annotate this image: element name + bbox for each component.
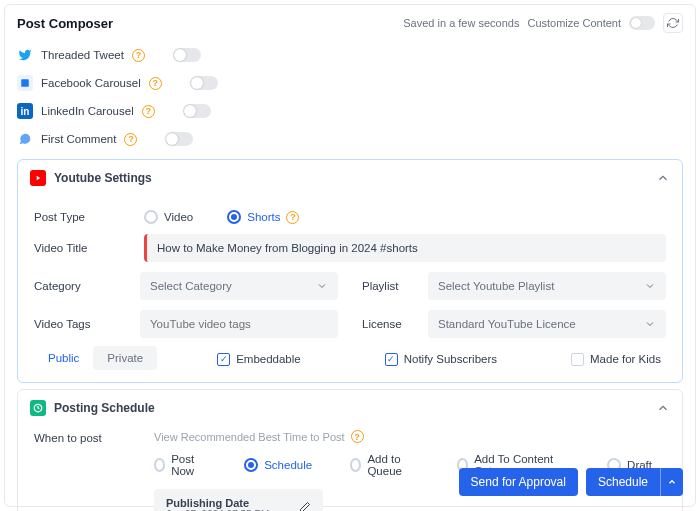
tags-input[interactable]	[140, 310, 338, 338]
svg-rect-0	[21, 79, 29, 87]
chevron-up-icon	[656, 171, 670, 185]
video-title-row: Video Title	[34, 234, 666, 262]
twitter-icon	[17, 47, 33, 63]
video-title-label: Video Title	[34, 242, 124, 254]
public-tab[interactable]: Public	[34, 346, 93, 370]
fb-label: Facebook Carousel	[41, 77, 141, 89]
when-label: When to post	[34, 430, 134, 444]
chevron-up-icon	[656, 401, 670, 415]
header-right: Saved in a few seconds Customize Content	[403, 13, 683, 33]
private-tab[interactable]: Private	[93, 346, 157, 370]
send-approval-button[interactable]: Send for Approval	[459, 468, 578, 496]
video-title-input[interactable]	[144, 234, 666, 262]
fc-label: First Comment	[41, 133, 116, 145]
saved-status: Saved in a few seconds	[403, 17, 519, 29]
schedule-button[interactable]: Schedule	[586, 468, 660, 496]
post-composer: Post Composer Saved in a few seconds Cus…	[4, 4, 696, 507]
schedule-split-button: Schedule	[586, 468, 683, 496]
refresh-icon	[667, 17, 679, 29]
fc-toggle[interactable]	[165, 132, 193, 146]
youtube-body: Post Type Video Shorts ? Video Title Cat…	[18, 196, 682, 382]
li-toggle[interactable]	[183, 104, 211, 118]
publishing-label: Publishing Date	[166, 497, 269, 509]
embeddable-check[interactable]: ✓Embeddable	[217, 353, 301, 366]
page-title: Post Composer	[17, 16, 113, 31]
publishing-date-box[interactable]: Publishing Date Jan 27, 2024 07:55 PM	[154, 489, 323, 511]
facebook-icon	[17, 75, 33, 91]
customize-toggle[interactable]	[629, 16, 655, 30]
youtube-title: Youtube Settings	[54, 171, 152, 185]
threaded-label: Threaded Tweet	[41, 49, 124, 61]
post-type-row: Post Type Video Shorts ?	[34, 210, 666, 224]
help-icon[interactable]: ?	[286, 211, 299, 224]
fb-carousel-row: Facebook Carousel ?	[17, 69, 683, 97]
shorts-radio[interactable]: Shorts ?	[227, 210, 299, 224]
queue-radio[interactable]: Add to Queue	[350, 453, 419, 477]
threaded-toggle[interactable]	[173, 48, 201, 62]
li-label: LinkedIn Carousel	[41, 105, 134, 117]
postnow-radio[interactable]: Post Now	[154, 453, 206, 477]
schedule-title: Posting Schedule	[54, 401, 155, 415]
license-select[interactable]: Standard YouTube Licence	[428, 310, 666, 338]
help-icon[interactable]: ?	[149, 77, 162, 90]
footer: Send for Approval Schedule	[459, 468, 683, 496]
pencil-icon	[299, 501, 311, 511]
first-comment-row: First Comment ?	[17, 125, 683, 153]
reco-link[interactable]: View Recommended Best Time to Post ?	[154, 430, 666, 443]
video-radio[interactable]: Video	[144, 210, 193, 224]
header: Post Composer Saved in a few seconds Cus…	[17, 13, 683, 33]
category-label: Category	[34, 280, 124, 292]
playlist-label: Playlist	[362, 280, 412, 292]
visibility-row: Public Private ✓Embeddable ✓Notify Subsc…	[34, 346, 666, 370]
chevron-down-icon	[316, 280, 328, 292]
kids-check[interactable]: Made for Kids	[571, 353, 661, 366]
comment-icon	[17, 131, 33, 147]
linkedin-icon: in	[17, 103, 33, 119]
youtube-panel-header[interactable]: Youtube Settings	[18, 160, 682, 196]
schedule-icon	[30, 400, 46, 416]
threaded-tweet-row: Threaded Tweet ?	[17, 41, 683, 69]
refresh-button[interactable]	[663, 13, 683, 33]
playlist-select[interactable]: Select Youtube Playlist	[428, 272, 666, 300]
youtube-icon	[30, 170, 46, 186]
help-icon[interactable]: ?	[132, 49, 145, 62]
li-carousel-row: in LinkedIn Carousel ?	[17, 97, 683, 125]
category-select[interactable]: Select Category	[140, 272, 338, 300]
cat-playlist-row: Category Select Category Playlist Select…	[34, 272, 666, 300]
help-icon[interactable]: ?	[142, 105, 155, 118]
chevron-down-icon	[644, 318, 656, 330]
schedule-dropdown-arrow[interactable]	[660, 468, 683, 496]
post-type-label: Post Type	[34, 211, 124, 223]
checks-row: ✓Embeddable ✓Notify Subscribers Made for…	[217, 353, 666, 366]
youtube-settings-panel: Youtube Settings Post Type Video Shorts …	[17, 159, 683, 383]
notify-check[interactable]: ✓Notify Subscribers	[385, 353, 497, 366]
chevron-down-icon	[644, 280, 656, 292]
tags-license-row: Video Tags License Standard YouTube Lice…	[34, 310, 666, 338]
tags-label: Video Tags	[34, 318, 124, 330]
help-icon: ?	[351, 430, 364, 443]
help-icon[interactable]: ?	[124, 133, 137, 146]
fb-toggle[interactable]	[190, 76, 218, 90]
schedule-panel-header[interactable]: Posting Schedule	[18, 390, 682, 426]
chevron-up-icon	[667, 477, 677, 487]
license-label: License	[362, 318, 412, 330]
customize-label: Customize Content	[527, 17, 621, 29]
schedule-radio[interactable]: Schedule	[244, 453, 312, 477]
